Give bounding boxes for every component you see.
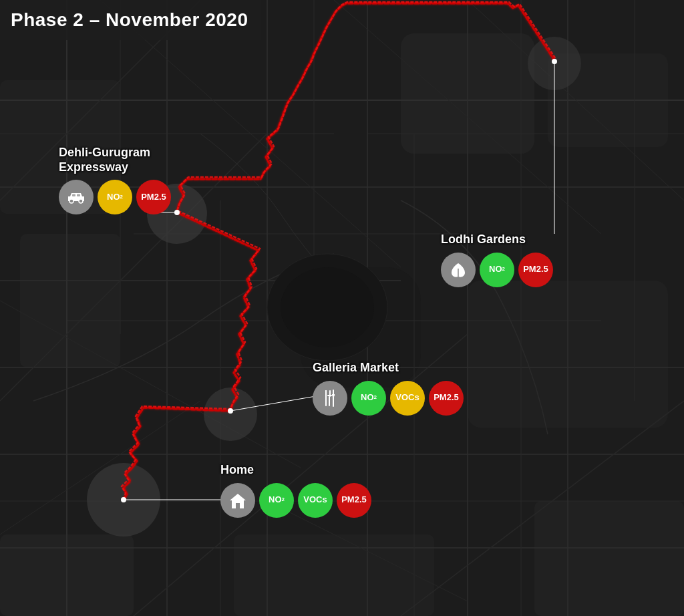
- svg-point-47: [204, 388, 257, 441]
- badge-no2-lodhi: NO2: [480, 253, 514, 287]
- map-background: [0, 0, 684, 616]
- location-lodhi-gardens: Lodhi Gardens NO2 PM2.5: [441, 233, 553, 287]
- svg-rect-5: [20, 234, 120, 367]
- house-icon-circle: [220, 483, 255, 518]
- svg-rect-67: [325, 390, 327, 406]
- location-label-dehli: Dehli-GurugramExpressway: [59, 146, 150, 174]
- map-container: Phase 2 – November 2020 Dehli-GurugramEx…: [0, 0, 684, 616]
- leaf-icon-circle: [441, 253, 476, 287]
- svg-rect-65: [327, 395, 332, 396]
- badge-pm25-dehli: PM2.5: [136, 180, 171, 214]
- badge-row-dehli: NO2 PM2.5: [59, 180, 171, 214]
- car-icon-circle: [59, 180, 94, 214]
- svg-point-54: [174, 210, 180, 215]
- location-dehli-gurugram: Dehli-GurugramExpressway NO2 PM2.5: [59, 146, 171, 214]
- badge-vocs-home: VOCs: [298, 483, 333, 518]
- page-title: Phase 2 – November 2020: [11, 9, 248, 30]
- badge-row-galleria: NO2 VOCs PM2.5: [313, 381, 464, 416]
- fork-icon-circle: [313, 381, 347, 416]
- svg-rect-8: [534, 501, 684, 616]
- badge-row-lodhi: NO2 PM2.5: [441, 253, 553, 287]
- badge-no2-dehli: NO2: [98, 180, 132, 214]
- svg-point-55: [228, 408, 233, 414]
- location-galleria-market: Galleria Market NO2 VOCs PM2.5: [313, 361, 464, 416]
- svg-point-56: [121, 497, 126, 502]
- badge-vocs-galleria: VOCs: [390, 381, 425, 416]
- svg-point-59: [79, 199, 83, 203]
- svg-rect-9: [234, 534, 434, 616]
- badge-pm25-lodhi: PM2.5: [518, 253, 553, 287]
- svg-rect-61: [77, 194, 80, 197]
- svg-marker-70: [230, 494, 246, 508]
- badge-row-home: NO2 VOCs PM2.5: [220, 483, 371, 518]
- location-home: Home NO2 VOCs PM2.5: [220, 463, 371, 518]
- badge-pm25-galleria: PM2.5: [429, 381, 464, 416]
- location-label-lodhi: Lodhi Gardens: [441, 233, 526, 247]
- location-label-galleria: Galleria Market: [313, 361, 399, 375]
- title-box: Phase 2 – November 2020: [0, 0, 261, 40]
- badge-pm25-home: PM2.5: [337, 483, 371, 518]
- svg-point-45: [281, 267, 374, 347]
- svg-rect-60: [72, 194, 75, 197]
- svg-rect-66: [329, 396, 330, 406]
- badge-no2-galleria: NO2: [351, 381, 386, 416]
- svg-point-58: [69, 199, 73, 203]
- location-label-home: Home: [220, 463, 254, 478]
- svg-point-57: [552, 59, 557, 64]
- badge-no2-home: NO2: [259, 483, 294, 518]
